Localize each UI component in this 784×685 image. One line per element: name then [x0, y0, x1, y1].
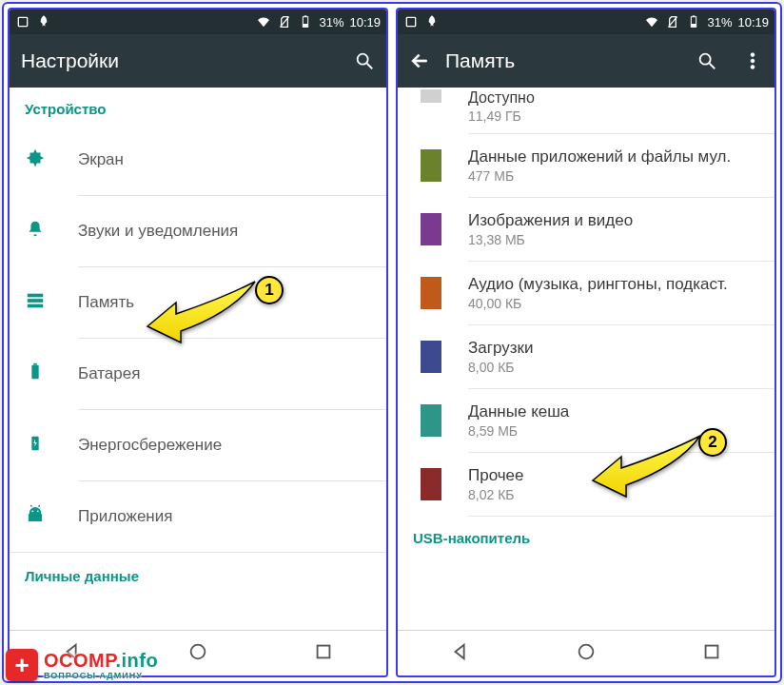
no-sim-icon [277, 14, 292, 29]
search-icon[interactable] [696, 50, 717, 71]
storage-item-title: Данные приложений и файлы мул. [468, 147, 731, 166]
svg-point-27 [579, 644, 594, 658]
svg-rect-17 [406, 17, 415, 26]
settings-item-label: Энергосбережение [78, 436, 222, 455]
storage-item-size: 11,49 ГБ [468, 108, 535, 124]
storage-item-title: Доступно [468, 89, 535, 107]
svg-rect-10 [31, 365, 38, 380]
nav-back-icon[interactable] [62, 641, 83, 666]
settings-item-storage[interactable]: Память [10, 267, 386, 338]
storage-item-size: 13,38 МБ [468, 232, 633, 247]
svg-rect-9 [28, 304, 44, 308]
section-header-device: Устройство [10, 88, 386, 125]
color-chip [421, 213, 441, 245]
screenshot-icon [403, 14, 419, 29]
back-icon[interactable] [409, 50, 430, 71]
battery-percent: 31% [319, 15, 343, 29]
power-saving-icon [25, 433, 46, 458]
wifi-icon [644, 14, 659, 29]
page-title: Настройки [21, 49, 339, 72]
status-bar: 31% 10:19 [398, 10, 774, 34]
phone-settings: 31% 10:19 Настройки Устройство Экран Зву… [8, 8, 388, 677]
nav-recent-icon[interactable] [701, 641, 722, 666]
svg-rect-4 [304, 15, 307, 16]
nav-recent-icon[interactable] [313, 641, 334, 666]
svg-rect-8 [28, 299, 44, 303]
rocket-icon [36, 14, 51, 29]
storage-available[interactable]: Доступно 11,49 ГБ [398, 88, 774, 133]
bell-icon [25, 219, 46, 244]
screenshot-icon [15, 14, 30, 29]
settings-item-sound[interactable]: Звуки и уведомления [10, 196, 386, 266]
svg-point-14 [37, 510, 39, 512]
storage-category[interactable]: Данные кеша8,59 МБ [398, 389, 774, 452]
nav-home-icon[interactable] [576, 641, 597, 666]
svg-line-6 [367, 64, 373, 69]
nav-bar [398, 630, 774, 675]
section-header-personal: Личные данные [10, 553, 386, 592]
svg-line-23 [710, 64, 715, 69]
svg-rect-21 [693, 15, 696, 16]
svg-point-13 [31, 510, 33, 512]
settings-item-battery[interactable]: Батарея [10, 339, 386, 409]
battery-icon [25, 362, 46, 386]
clock: 10:19 [349, 15, 381, 29]
storage-category[interactable]: Аудио (музыка, рингтоны, подкаст.40,00 К… [398, 262, 774, 324]
color-chip [421, 277, 441, 309]
storage-icon [25, 290, 46, 315]
storage-item-size: 8,02 КБ [468, 487, 524, 502]
color-chip [421, 468, 441, 500]
svg-point-5 [358, 54, 368, 65]
clock: 10:19 [737, 15, 769, 29]
svg-point-22 [700, 54, 711, 65]
storage-item-title: Прочее [468, 466, 524, 485]
storage-category[interactable]: Загрузки8,00 КБ [398, 325, 774, 388]
svg-rect-28 [706, 645, 718, 657]
storage-item-size: 40,00 КБ [468, 296, 728, 311]
no-sim-icon [665, 14, 680, 29]
settings-item-label: Звуки и уведомления [78, 222, 238, 241]
svg-point-24 [751, 53, 755, 57]
storage-category[interactable]: Изображения и видео13,38 МБ [398, 198, 774, 261]
search-icon[interactable] [354, 50, 375, 71]
android-icon [25, 504, 46, 529]
rocket-icon [424, 14, 440, 29]
svg-rect-20 [692, 24, 696, 27]
color-chip [421, 149, 441, 182]
status-bar: 31% 10:19 [10, 10, 386, 34]
svg-rect-7 [28, 294, 44, 298]
color-chip [421, 341, 441, 373]
phone-storage: 31% 10:19 Память Доступно 11,49 ГБ Данны… [396, 8, 776, 677]
settings-item-apps[interactable]: Приложения [10, 481, 386, 552]
nav-home-icon[interactable] [187, 641, 208, 666]
svg-rect-11 [33, 363, 37, 365]
storage-item-title: Данные кеша [468, 402, 569, 421]
settings-item-label: Приложения [78, 507, 172, 526]
storage-item-size: 477 МБ [468, 168, 731, 184]
app-bar: Настройки [10, 34, 386, 88]
page-title: Память [445, 49, 681, 72]
nav-bar [10, 630, 386, 675]
wifi-icon [256, 14, 271, 29]
storage-item-title: Аудио (музыка, рингтоны, подкаст. [468, 275, 728, 294]
settings-item-label: Экран [78, 150, 124, 169]
svg-rect-16 [318, 645, 330, 657]
storage-item-size: 8,00 КБ [468, 360, 533, 375]
svg-rect-0 [18, 17, 27, 26]
overflow-menu-icon[interactable] [742, 50, 763, 71]
storage-item-title: Изображения и видео [468, 211, 633, 230]
storage-category[interactable]: Прочее8,02 КБ [398, 453, 774, 516]
settings-item-label: Память [78, 293, 134, 312]
nav-back-icon[interactable] [450, 641, 471, 666]
storage-category[interactable]: Данные приложений и файлы мул.477 МБ [398, 134, 774, 197]
battery-percent: 31% [707, 15, 732, 29]
settings-item-display[interactable]: Экран [10, 125, 386, 195]
storage-item-size: 8,59 МБ [468, 423, 569, 439]
settings-item-power-saving[interactable]: Энергосбережение [10, 410, 386, 480]
app-bar: Память [398, 34, 774, 88]
section-header-usb: USB-накопитель [398, 517, 774, 546]
svg-point-25 [751, 59, 755, 63]
svg-rect-3 [304, 24, 308, 27]
storage-item-title: Загрузки [468, 339, 533, 358]
battery-icon [686, 14, 701, 29]
